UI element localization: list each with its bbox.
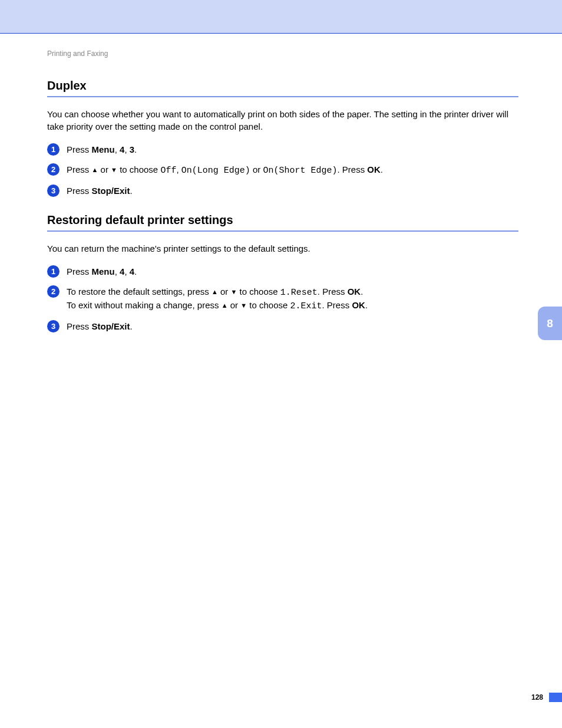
- step-text: Press Menu, 4, 3.: [67, 143, 137, 156]
- bold-text: OK: [348, 286, 361, 297]
- step-text: To restore the default settings, press ▲…: [67, 285, 368, 312]
- text: To exit without making a change, press: [67, 300, 222, 310]
- text: or: [218, 286, 231, 297]
- arrow-icon: ▲: [211, 288, 218, 297]
- bold-text: OK: [352, 300, 365, 310]
- step-text: Press ▲ or ▼ to choose Off, On(Long Edge…: [67, 163, 383, 177]
- code-text: On(Short Edge): [263, 166, 337, 176]
- step: 1Press Menu, 4, 3.: [47, 143, 518, 156]
- text: .: [134, 266, 137, 276]
- page-number-stripe: [549, 693, 562, 702]
- text: Press: [67, 164, 92, 174]
- text: ,: [176, 164, 181, 174]
- top-border: [0, 33, 562, 34]
- text: to choose: [237, 286, 280, 297]
- bold-text: Menu: [92, 144, 115, 154]
- arrow-icon: ▲: [92, 166, 98, 174]
- arrow-icon: ▲: [222, 301, 228, 310]
- text: ,: [115, 144, 120, 154]
- text: Press: [67, 144, 92, 154]
- step-number-badge: 2: [47, 285, 59, 298]
- step-number-badge: 1: [47, 265, 59, 278]
- code-text: Off: [160, 166, 176, 176]
- step-line: To exit without making a change, press ▲…: [67, 299, 368, 312]
- text: .: [361, 286, 363, 297]
- top-stripe: [0, 0, 562, 33]
- chapter-tab: 8: [538, 307, 562, 340]
- bold-text: 4: [130, 266, 134, 276]
- step-list: 1Press Menu, 4, 3.2Press ▲ or ▼ to choos…: [47, 143, 518, 197]
- code-text: On(Long Edge): [181, 166, 250, 176]
- text: Press: [67, 266, 92, 276]
- text: To restore the default settings, press: [67, 286, 211, 297]
- text: .: [134, 144, 137, 154]
- text: .: [130, 186, 133, 196]
- page-content: Printing and Faxing DuplexYou can choose…: [47, 50, 518, 349]
- text: to choose: [117, 164, 160, 174]
- step: 3Press Stop/Exit.: [47, 185, 518, 197]
- page-number: 128: [531, 693, 543, 701]
- bold-text: Menu: [92, 266, 115, 276]
- bold-text: OK: [367, 164, 381, 174]
- step-text: Press Stop/Exit.: [67, 320, 133, 332]
- section-intro: You can return the machine's printer set…: [47, 242, 518, 255]
- text: . Press: [322, 300, 352, 310]
- text: or: [98, 164, 111, 174]
- step-line: To restore the default settings, press ▲…: [67, 285, 368, 299]
- text: . Press: [337, 164, 367, 174]
- step-number-badge: 3: [47, 320, 59, 332]
- text: .: [381, 164, 383, 174]
- step-text: Press Menu, 4, 4.: [67, 265, 137, 278]
- bold-text: Stop/Exit: [92, 186, 130, 196]
- text: Press: [67, 186, 92, 196]
- section-title: Restoring default printer settings: [47, 213, 518, 227]
- text: or: [250, 164, 263, 174]
- code-text: 1.Reset: [280, 288, 318, 298]
- bold-text: Stop/Exit: [92, 321, 130, 331]
- step: 3Press Stop/Exit.: [47, 320, 518, 332]
- text: .: [130, 321, 133, 331]
- text: ,: [124, 144, 129, 154]
- arrow-icon: ▼: [231, 288, 237, 297]
- step-text: Press Stop/Exit.: [67, 185, 133, 197]
- text: .: [365, 300, 368, 310]
- arrow-icon: ▼: [111, 166, 117, 174]
- text: ,: [124, 266, 129, 276]
- step: 1Press Menu, 4, 4.: [47, 265, 518, 278]
- page-number-block: 128: [531, 693, 562, 702]
- section-rule: [47, 230, 518, 232]
- code-text: 2.Exit: [290, 301, 322, 311]
- step-number-badge: 2: [47, 163, 59, 176]
- text: to choose: [247, 300, 290, 310]
- step-list: 1Press Menu, 4, 4.2To restore the defaul…: [47, 265, 518, 332]
- text: Press: [67, 321, 92, 331]
- text: or: [228, 300, 241, 310]
- step: 2Press ▲ or ▼ to choose Off, On(Long Edg…: [47, 163, 518, 177]
- text: ,: [115, 266, 120, 276]
- section-intro: You can choose whether you want to autom…: [47, 108, 518, 133]
- running-header: Printing and Faxing: [47, 50, 518, 58]
- step-number-badge: 1: [47, 143, 59, 156]
- text: . Press: [318, 286, 348, 297]
- arrow-icon: ▼: [240, 301, 247, 310]
- step-number-badge: 3: [47, 185, 59, 197]
- section-title: Duplex: [47, 79, 518, 93]
- section-rule: [47, 96, 518, 97]
- step: 2To restore the default settings, press …: [47, 285, 518, 312]
- bold-text: 3: [130, 144, 134, 154]
